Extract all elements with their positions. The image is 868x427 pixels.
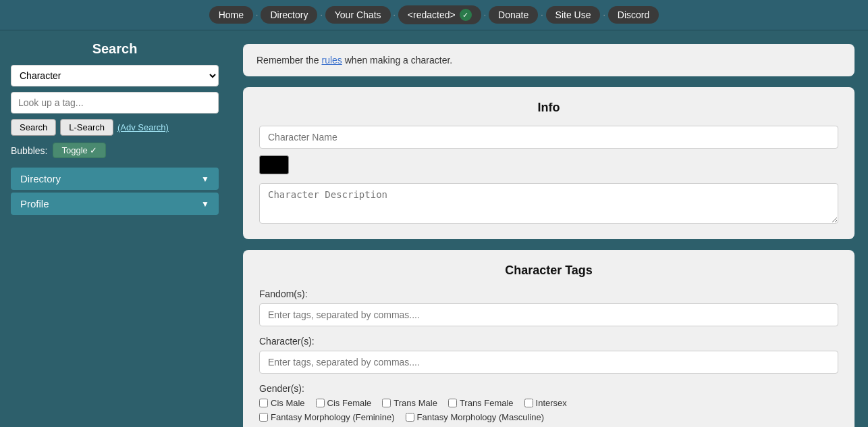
l-search-button[interactable]: L-Search <box>60 119 113 136</box>
checkbox-trans-male[interactable]: Trans Male <box>382 398 437 408</box>
fandom-tags-input[interactable] <box>259 303 838 326</box>
sidebar-title: Search <box>11 41 219 57</box>
chevron-down-icon-profile: ▼ <box>201 199 209 209</box>
nav-home[interactable]: Home <box>209 6 253 24</box>
gender-label: Gender(s): <box>259 383 838 394</box>
checkbox-fantasy-fem[interactable]: Fantasy Morphology (Feminine) <box>259 412 395 422</box>
cis-male-checkbox[interactable] <box>259 399 268 407</box>
sidebar-directory-header[interactable]: Directory ▼ <box>11 168 219 190</box>
checkbox-cis-male[interactable]: Cis Male <box>259 398 305 408</box>
top-navigation: Home · Directory · Your Chats · <redacte… <box>0 0 868 30</box>
character-name-input[interactable] <box>259 126 838 149</box>
sidebar-directory-label: Directory <box>20 173 61 184</box>
character-type-select[interactable]: Character Player Story <box>11 65 219 86</box>
sidebar-profile-header[interactable]: Profile ▼ <box>11 193 219 215</box>
rules-banner: Remember the rules when making a charact… <box>243 44 855 76</box>
toggle-button[interactable]: Toggle ✓ <box>53 143 106 158</box>
character-tags-card: Character Tags Fandom(s): Character(s): … <box>243 250 855 427</box>
trans-male-checkbox[interactable] <box>382 399 391 407</box>
trans-female-checkbox[interactable] <box>448 399 457 407</box>
nav-user[interactable]: <redacted> ✓ <box>398 5 481 24</box>
info-card: Info <box>243 87 855 239</box>
chevron-down-icon: ▼ <box>201 174 209 184</box>
sidebar-profile-label: Profile <box>20 198 49 209</box>
bubbles-row: Bubbles: Toggle ✓ <box>11 143 219 158</box>
sidebar-section-directory: Directory ▼ <box>11 168 219 190</box>
adv-search-link[interactable]: (Adv Search) <box>117 122 169 132</box>
character-tags-title: Character Tags <box>259 263 838 278</box>
banner-text-before: Remember the <box>256 55 321 66</box>
main-content: Remember the rules when making a charact… <box>229 30 868 427</box>
character-description-input[interactable] <box>259 183 838 224</box>
checkbox-intersex[interactable]: Intersex <box>524 398 567 408</box>
nav-directory[interactable]: Directory <box>261 6 317 24</box>
nav-user-label: <redacted> <box>408 9 456 20</box>
checkmark-icon: ✓ <box>460 9 472 21</box>
bubbles-label: Bubbles: <box>11 145 47 156</box>
character-label: Character(s): <box>259 336 838 347</box>
nav-donate[interactable]: Donate <box>489 6 538 24</box>
character-tags-input[interactable] <box>259 351 838 374</box>
checkbox-fantasy-masc[interactable]: Fantasy Morphology (Masculine) <box>406 412 545 422</box>
fantasy-masc-checkbox[interactable] <box>406 413 414 422</box>
nav-discord[interactable]: Discord <box>608 6 659 24</box>
cis-female-checkbox[interactable] <box>316 399 325 407</box>
nav-site-use[interactable]: Site Use <box>546 6 601 24</box>
fantasy-fem-checkbox[interactable] <box>259 413 268 422</box>
tag-lookup-input[interactable] <box>11 92 219 114</box>
nav-your-chats[interactable]: Your Chats <box>325 6 391 24</box>
sidebar-section-profile: Profile ▼ <box>11 193 219 215</box>
banner-text-after: when making a character. <box>342 55 452 66</box>
search-buttons-row: Search L-Search (Adv Search) <box>11 119 219 136</box>
color-picker-row <box>259 155 838 176</box>
gender-checkboxes-row2: Fantasy Morphology (Feminine) Fantasy Mo… <box>259 412 838 422</box>
fandom-label: Fandom(s): <box>259 288 838 299</box>
search-button[interactable]: Search <box>11 119 56 136</box>
sidebar: Search Character Player Story Search L-S… <box>0 30 229 427</box>
rules-link[interactable]: rules <box>321 55 342 66</box>
intersex-checkbox[interactable] <box>524 399 533 407</box>
info-card-title: Info <box>259 101 838 115</box>
color-swatch[interactable] <box>259 155 289 174</box>
checkbox-cis-female[interactable]: Cis Female <box>316 398 372 408</box>
checkbox-trans-female[interactable]: Trans Female <box>448 398 514 408</box>
gender-checkboxes-row1: Cis Male Cis Female Trans Male Trans Fem… <box>259 398 838 408</box>
